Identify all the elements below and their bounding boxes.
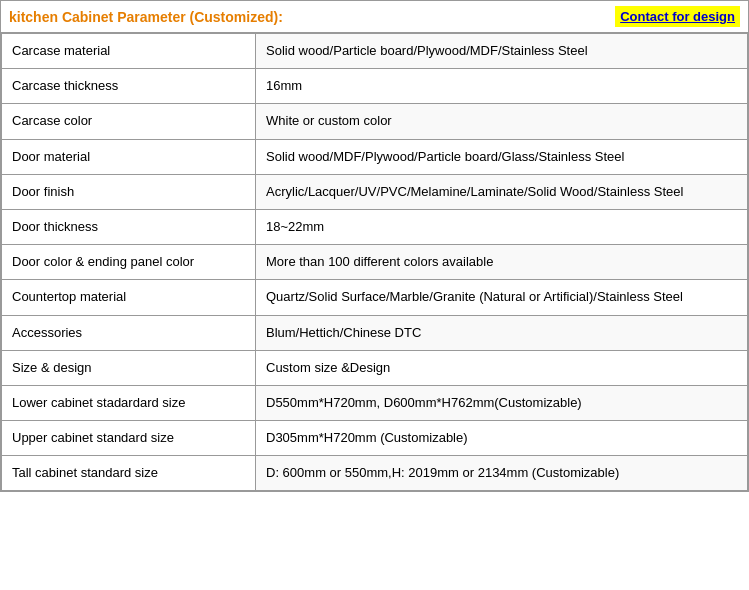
table-row: Carcase colorWhite or custom color — [2, 104, 748, 139]
table-row: Door color & ending panel colorMore than… — [2, 245, 748, 280]
table-row: Countertop materialQuartz/Solid Surface/… — [2, 280, 748, 315]
row-label: Upper cabinet standard size — [2, 421, 256, 456]
row-value: White or custom color — [256, 104, 748, 139]
row-value: Acrylic/Lacquer/UV/PVC/Melamine/Laminate… — [256, 174, 748, 209]
row-label: Accessories — [2, 315, 256, 350]
row-value: Blum/Hettich/Chinese DTC — [256, 315, 748, 350]
row-label: Tall cabinet standard size — [2, 456, 256, 491]
row-label: Carcase material — [2, 34, 256, 69]
table-row: Size & designCustom size &Design — [2, 350, 748, 385]
row-value: D550mm*H720mm, D600mm*H762mm(Customizabl… — [256, 385, 748, 420]
table-row: Carcase materialSolid wood/Particle boar… — [2, 34, 748, 69]
row-value: 18~22mm — [256, 209, 748, 244]
row-value: D305mm*H720mm (Customizable) — [256, 421, 748, 456]
row-value: Solid wood/Particle board/Plywood/MDF/St… — [256, 34, 748, 69]
row-label: Door color & ending panel color — [2, 245, 256, 280]
parameters-table: Carcase materialSolid wood/Particle boar… — [1, 33, 748, 491]
table-row: Carcase thickness16mm — [2, 69, 748, 104]
table-row: Door thickness18~22mm — [2, 209, 748, 244]
row-label: Door material — [2, 139, 256, 174]
header: kitchen Cabinet Parameter (Customized): … — [1, 1, 748, 33]
table-row: Door finishAcrylic/Lacquer/UV/PVC/Melami… — [2, 174, 748, 209]
row-label: Size & design — [2, 350, 256, 385]
row-label: Carcase thickness — [2, 69, 256, 104]
row-value: More than 100 different colors available — [256, 245, 748, 280]
table-row: Upper cabinet standard sizeD305mm*H720mm… — [2, 421, 748, 456]
page-wrapper: kitchen Cabinet Parameter (Customized): … — [0, 0, 749, 492]
table-row: AccessoriesBlum/Hettich/Chinese DTC — [2, 315, 748, 350]
row-label: Carcase color — [2, 104, 256, 139]
row-value: Solid wood/MDF/Plywood/Particle board/Gl… — [256, 139, 748, 174]
table-row: Tall cabinet standard sizeD: 600mm or 55… — [2, 456, 748, 491]
row-label: Countertop material — [2, 280, 256, 315]
contact-for-design-link[interactable]: Contact for design — [615, 6, 740, 27]
row-value: 16mm — [256, 69, 748, 104]
row-label: Door finish — [2, 174, 256, 209]
table-row: Lower cabinet stadardard sizeD550mm*H720… — [2, 385, 748, 420]
table-row: Door materialSolid wood/MDF/Plywood/Part… — [2, 139, 748, 174]
row-value: Quartz/Solid Surface/Marble/Granite (Nat… — [256, 280, 748, 315]
row-label: Door thickness — [2, 209, 256, 244]
row-label: Lower cabinet stadardard size — [2, 385, 256, 420]
page-title: kitchen Cabinet Parameter (Customized): — [9, 9, 283, 25]
row-value: Custom size &Design — [256, 350, 748, 385]
row-value: D: 600mm or 550mm,H: 2019mm or 2134mm (C… — [256, 456, 748, 491]
